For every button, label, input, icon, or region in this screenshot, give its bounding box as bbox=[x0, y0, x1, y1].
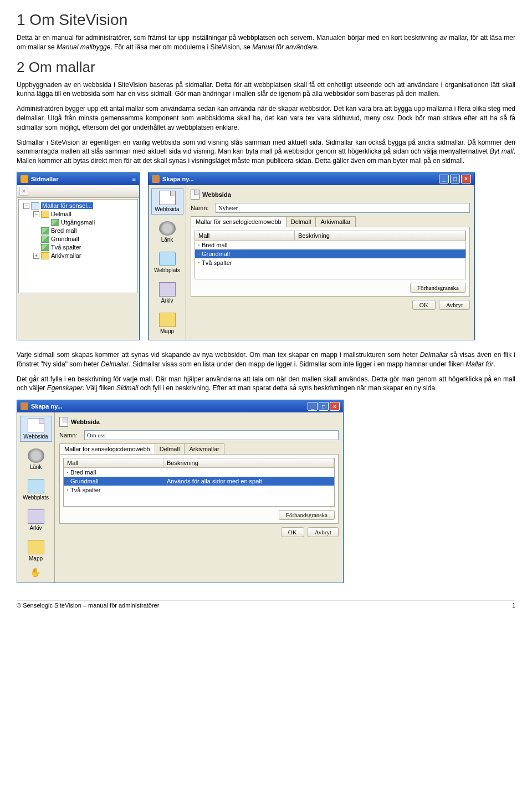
intro-para: Detta är en manual för administratörer, … bbox=[17, 33, 515, 52]
table-row[interactable]: Grundmall Används för alla sidor med en … bbox=[64, 477, 334, 486]
sidebar-mapp[interactable]: Mapp bbox=[151, 310, 183, 336]
ok-button[interactable]: OK bbox=[281, 527, 304, 537]
sidebar-arkiv[interactable]: Arkiv bbox=[20, 507, 52, 533]
tree-arkivmallar[interactable]: + Arkivmallar bbox=[32, 252, 136, 260]
sidebar-lank-label: Länk bbox=[161, 237, 173, 243]
p5-i2: Delmallar bbox=[101, 360, 129, 368]
tab-arkivmallar[interactable]: Arkivmallar bbox=[184, 443, 224, 454]
footer-left: © Senselogic SiteVision – manual för adm… bbox=[17, 602, 159, 609]
table-row[interactable]: Två spalter bbox=[64, 486, 334, 494]
tab-arkivmallar[interactable]: Arkivmallar bbox=[315, 216, 355, 227]
site-icon bbox=[28, 479, 44, 493]
maximize-icon[interactable]: □ bbox=[319, 402, 329, 411]
tree-grundmall[interactable]: Grundmall bbox=[32, 235, 136, 243]
table-row[interactable]: Bred mall bbox=[64, 468, 334, 477]
name-label: Namn: bbox=[191, 205, 216, 211]
page-number: 1 bbox=[512, 602, 515, 609]
ok-button[interactable]: OK bbox=[412, 300, 436, 310]
cancel-button[interactable]: Avbryt bbox=[308, 527, 339, 537]
expand-icon[interactable]: − bbox=[33, 211, 39, 217]
minimize-icon[interactable]: _ bbox=[439, 175, 449, 183]
create1-tabbody: Mall Beskrivning Bred mall Grundmall bbox=[191, 227, 470, 297]
expand-icon[interactable]: − bbox=[23, 203, 29, 209]
name-row: Namn: bbox=[59, 430, 339, 440]
preview-button[interactable]: Förhandsgranska bbox=[279, 510, 335, 520]
sidebar-webbplats[interactable]: Webbplats bbox=[20, 477, 52, 503]
td-desc bbox=[163, 486, 334, 494]
link-icon bbox=[28, 448, 44, 463]
sidebar-lank[interactable]: Länk bbox=[151, 219, 183, 245]
template-icon bbox=[198, 262, 200, 263]
create1-titlebar[interactable]: Skapa ny... _ □ × bbox=[149, 173, 474, 185]
screenshots-row-1: Sidmallar ≡ × − Mallar för sensel... − D… bbox=[17, 172, 515, 340]
table-header: Mall Beskrivning bbox=[195, 231, 466, 241]
p5-i3: Mallar för bbox=[466, 360, 493, 368]
p6-c: . Välj fliken bbox=[83, 384, 116, 392]
table-row[interactable]: Bred mall bbox=[195, 241, 466, 249]
template-icon bbox=[198, 244, 200, 246]
archive-icon bbox=[159, 282, 176, 297]
tab-mallar-for[interactable]: Mallar för senselogicdemowebb bbox=[191, 216, 287, 227]
name-input[interactable] bbox=[84, 430, 339, 440]
tree-bredmall[interactable]: Bred mall bbox=[32, 227, 136, 235]
tree-utgangsmall-label: Utgångsmall bbox=[61, 219, 95, 226]
template-tree[interactable]: − Mallar för sensel... − Delmall Utgångs… bbox=[18, 199, 138, 293]
tree-utgangsmall[interactable]: Utgångsmall bbox=[42, 218, 136, 227]
window-controls: _ □ × bbox=[439, 175, 471, 183]
folder-icon bbox=[159, 313, 176, 327]
p6-i1: Egenskaper bbox=[47, 384, 83, 392]
close-icon[interactable]: × bbox=[330, 402, 340, 411]
name-label: Namn: bbox=[59, 432, 84, 438]
close-icon[interactable]: × bbox=[461, 175, 471, 183]
minimize-icon[interactable]: _ bbox=[308, 402, 318, 411]
sidebar-lank[interactable]: Länk bbox=[20, 446, 52, 472]
para-3: Administratören bygger upp ett antal mal… bbox=[17, 104, 515, 132]
sidebar-arkiv[interactable]: Arkiv bbox=[151, 280, 183, 306]
sidebar-lank-label: Länk bbox=[30, 464, 42, 470]
tree-root[interactable]: − Mallar för sensel... bbox=[22, 202, 136, 210]
p6-i2: Sidmall bbox=[116, 384, 138, 392]
cancel-button[interactable]: Avbryt bbox=[439, 300, 470, 310]
create2-titlebar[interactable]: Skapa ny... _ □ × bbox=[17, 400, 343, 412]
table-row[interactable]: Grundmall bbox=[195, 249, 466, 258]
tree-tvaspalter-label: Två spalter bbox=[51, 244, 81, 251]
folder-icon bbox=[41, 252, 49, 259]
tree-tvaspalter[interactable]: Två spalter bbox=[32, 243, 136, 252]
th-beskrivning[interactable]: Beskrivning bbox=[163, 458, 334, 467]
para-2: Uppbyggnaden av en webbsida i SiteVision… bbox=[17, 80, 515, 99]
tab-mallar-for[interactable]: Mallar för senselogicdemowebb bbox=[59, 443, 155, 454]
page-footer: © Senselogic SiteVision – manual för adm… bbox=[17, 600, 515, 609]
close-tool-icon[interactable]: × bbox=[19, 187, 28, 196]
create1-main: Webbsida Namn: Mallar för senselogicdemo… bbox=[186, 185, 474, 340]
tab-delmall[interactable]: Delmall bbox=[155, 443, 185, 454]
tree-delmall[interactable]: − Delmall bbox=[32, 210, 136, 218]
maximize-icon[interactable]: □ bbox=[450, 175, 460, 183]
create2-body: Webbsida Länk Webbplats Arkiv Mapp Webbs… bbox=[17, 412, 343, 583]
page-icon bbox=[59, 417, 68, 427]
tab-delmall[interactable]: Delmall bbox=[286, 216, 316, 227]
row2-label: Grundmall bbox=[202, 251, 230, 257]
collapse-icon[interactable]: ≡ bbox=[132, 176, 136, 182]
sidebar-webbplats[interactable]: Webbplats bbox=[151, 249, 183, 275]
preview-button[interactable]: Förhandsgranska bbox=[410, 283, 466, 293]
archive-icon bbox=[28, 509, 44, 524]
template-icon bbox=[67, 489, 68, 491]
sidebar-webbsida[interactable]: Webbsida bbox=[20, 416, 52, 442]
sidebar-arkiv-label: Arkiv bbox=[161, 298, 173, 304]
create2-tabbody: Mall Beskrivning Bred mall Grundmall Anv… bbox=[59, 454, 339, 524]
hand-icon[interactable] bbox=[30, 568, 42, 578]
td-desc bbox=[295, 241, 466, 249]
expand-icon[interactable]: + bbox=[33, 253, 39, 259]
sidmallar-titlebar[interactable]: Sidmallar ≡ bbox=[17, 173, 139, 185]
sidebar-mapp[interactable]: Mapp bbox=[20, 538, 52, 564]
th-beskrivning[interactable]: Beskrivning bbox=[295, 231, 466, 240]
tree-children: − Delmall Utgångsmall Bred mall bbox=[30, 210, 136, 260]
tree-arkivmallar-label: Arkivmallar bbox=[51, 252, 81, 259]
heading-2: 2 Om mallar bbox=[17, 59, 515, 76]
th-mall[interactable]: Mall bbox=[195, 231, 295, 240]
name-input[interactable] bbox=[216, 203, 470, 213]
th-mall[interactable]: Mall bbox=[64, 458, 163, 467]
sidebar-webbsida[interactable]: Webbsida bbox=[151, 188, 183, 215]
sitevision-icon bbox=[21, 175, 28, 183]
table-row[interactable]: Två spalter bbox=[195, 258, 466, 267]
